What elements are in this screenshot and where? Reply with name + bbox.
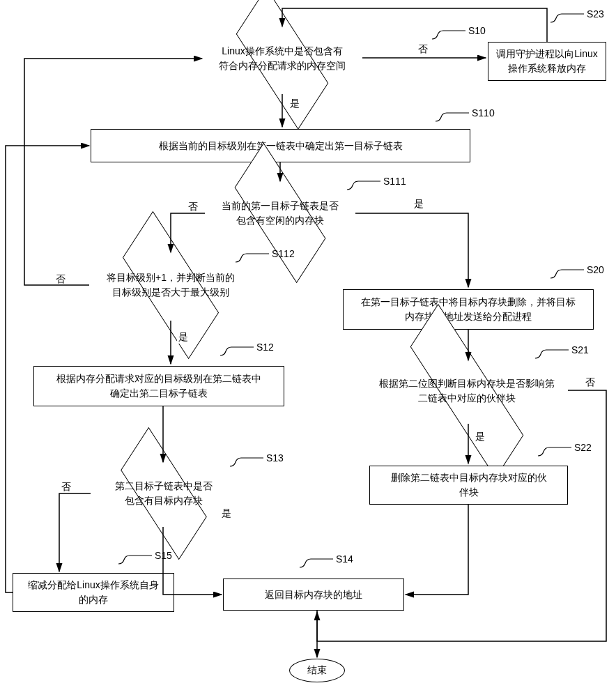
decision-s112: 将目标级别+1，并判断当前的目标级别是否大于最大级别 [111, 258, 230, 312]
step-label-s111: S111 [347, 180, 382, 194]
process-s22-text: 删除第二链表中目标内存块对应的伙伴块 [391, 470, 547, 500]
terminator-end: 结束 [289, 659, 345, 682]
decision-s21: 根据第二位图判断目标内存块是否影响第二链表中对应的伙伴块 [390, 366, 544, 416]
edge-label-s112-no: 否 [54, 273, 67, 286]
process-s22: 删除第二链表中目标内存块对应的伙伴块 [369, 466, 568, 505]
decision-s111-text: 当前的第一目标子链表是否包含有空闲的内存块 [202, 199, 358, 228]
step-label-s10: S10 [432, 29, 467, 44]
process-s110-text: 根据当前的目标级别在第一链表中确定出第一目标子链表 [159, 139, 403, 153]
decision-s13-text: 第二目标子链表中是否包含有目标内存块 [91, 479, 237, 508]
edge-label-s112-yes: 是 [177, 331, 190, 344]
step-label-s23: S23 [550, 13, 585, 27]
decision-s21-text: 根据第二位图判断目标内存块是否影响第二链表中对应的伙伴块 [360, 376, 574, 406]
process-s15: 缩减分配给Linux操作系统自身的内存 [13, 573, 174, 612]
step-label-s15: S15 [118, 554, 153, 569]
process-s12: 根据内存分配请求对应的目标级别在第二链表中确定出第二目标子链表 [33, 366, 284, 406]
step-label-s20: S20 [550, 268, 585, 283]
process-s14: 返回目标内存块的地址 [223, 579, 404, 611]
step-label-s12: S12 [220, 346, 255, 360]
process-s20: 在第一目标子链表中将目标内存块删除，并将目标内存块的地址发送给分配进程 [343, 289, 594, 330]
edge-label-s13-no: 否 [60, 481, 72, 493]
decision-s10: Linux操作系统中是否包含有符合内存分配请求的内存空间 [226, 31, 338, 86]
decision-s13: 第二目标子链表中是否包含有目标内存块 [111, 468, 216, 519]
edge-label-s10-no: 否 [417, 43, 429, 56]
decision-s111: 当前的第一目标子链表是否包含有空闲的内存块 [224, 187, 336, 239]
edge-label-s10-yes: 是 [288, 98, 301, 110]
step-label-s110: S110 [436, 112, 470, 126]
terminator-end-text: 结束 [307, 664, 327, 677]
decision-s10-text: Linux操作系统中是否包含有符合内存分配请求的内存空间 [204, 44, 360, 73]
edge-label-s13-yes: 是 [220, 507, 233, 520]
step-label-s13: S13 [230, 457, 265, 471]
edge-label-s111-yes: 是 [413, 198, 425, 210]
decision-s112-text: 将目标级别+1，并判断当前的目标级别是否大于最大级别 [88, 270, 254, 300]
edge-label-s21-yes: 是 [474, 431, 486, 443]
step-label-s112: S112 [236, 252, 270, 267]
step-label-s22: S22 [538, 446, 573, 461]
process-s23: 调用守护进程以向Linux操作系统释放内存 [488, 42, 606, 81]
process-s15-text: 缩减分配给Linux操作系统自身的内存 [28, 578, 158, 607]
process-s12-text: 根据内存分配请求对应的目标级别在第二链表中确定出第二目标子链表 [56, 372, 261, 401]
step-label-s21: S21 [535, 348, 570, 363]
process-s110: 根据当前的目标级别在第一链表中确定出第一目标子链表 [91, 129, 470, 162]
process-s14-text: 返回目标内存块的地址 [265, 588, 362, 602]
step-label-s14: S14 [300, 558, 334, 572]
edge-label-s21-no: 否 [584, 376, 596, 389]
process-s20-text: 在第一目标子链表中将目标内存块删除，并将目标内存块的地址发送给分配进程 [361, 295, 576, 324]
process-s23-text: 调用守护进程以向Linux操作系统释放内存 [496, 47, 597, 76]
edge-label-s111-no: 否 [187, 201, 199, 213]
